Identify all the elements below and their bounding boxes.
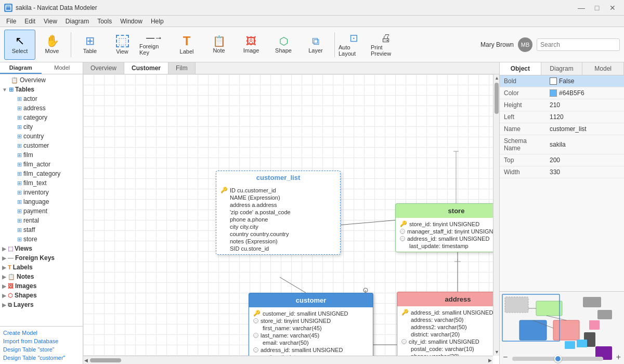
customer-table[interactable]: customer 🔑customer_id: smallint UNSIGNED… bbox=[249, 293, 373, 364]
sidebar-tab-diagram[interactable]: Diagram bbox=[0, 62, 42, 74]
mini-map[interactable]: − + bbox=[500, 291, 624, 364]
tree-labels-section[interactable]: ▶ T Labels bbox=[0, 263, 83, 272]
select-tool[interactable]: ↖ Select bbox=[4, 30, 35, 60]
menu-window[interactable]: Window bbox=[116, 17, 147, 26]
svg-rect-30 bbox=[589, 320, 600, 330]
tree-views-section[interactable]: ▶ ⬚ Views bbox=[0, 244, 83, 253]
scroll-right-arrow[interactable]: ▶ bbox=[487, 357, 493, 364]
sidebar-tab-model[interactable]: Model bbox=[42, 62, 83, 74]
labels-expand-icon: ▶ bbox=[2, 265, 6, 270]
design-table-store-action[interactable]: Design Table "store" bbox=[3, 345, 80, 354]
props-left: Left 1120 bbox=[500, 111, 624, 123]
tree-fk-section[interactable]: ▶ — Foreign Keys bbox=[0, 253, 83, 263]
tree-images-section[interactable]: ▶ 🖼 Images bbox=[0, 281, 83, 291]
tree-table-address[interactable]: ⊞address bbox=[0, 103, 83, 113]
shape-label: Shape bbox=[275, 47, 292, 54]
minimap-zoom-minus[interactable]: − bbox=[503, 353, 508, 362]
bool-checkbox[interactable] bbox=[550, 77, 557, 85]
tree-table-actor[interactable]: ⊞actor bbox=[0, 94, 83, 103]
scroll-thumb-horizontal[interactable] bbox=[90, 358, 121, 362]
store-header: store bbox=[395, 203, 499, 218]
tree-overview[interactable]: 📋 Overview bbox=[0, 75, 83, 85]
fk-icon: ◇ bbox=[253, 318, 258, 323]
tree-notes-section[interactable]: ▶ 📋 Notes bbox=[0, 272, 83, 281]
design-table-customer-action[interactable]: Design Table "customer" bbox=[3, 354, 80, 362]
tree-table-category[interactable]: ⊞category bbox=[0, 113, 83, 122]
tab-overview[interactable]: Overview bbox=[83, 62, 124, 74]
tree-table-country[interactable]: ⊞country bbox=[0, 132, 83, 141]
tab-object[interactable]: Object bbox=[500, 62, 541, 75]
shape-tool[interactable]: ⬡ Shape bbox=[268, 30, 299, 60]
tree-tables-section[interactable]: ▼ ⊞ Tables bbox=[0, 85, 83, 94]
tab-model[interactable]: Model bbox=[582, 62, 624, 75]
tree-table-city[interactable]: ⊞city bbox=[0, 122, 83, 132]
customer-list-table[interactable]: customer_list 🔑ID cu.customer_id NAME (E… bbox=[216, 171, 341, 255]
tree-table-film-text[interactable]: ⊞film_text bbox=[0, 178, 83, 188]
view-tool[interactable]: ⬚ View bbox=[107, 30, 138, 60]
field-row: district: varchar(20) bbox=[397, 331, 499, 338]
tab-film[interactable]: Film bbox=[168, 62, 196, 74]
close-button[interactable]: ✕ bbox=[605, 3, 620, 13]
tree-table-film-actor[interactable]: ⊞film_actor bbox=[0, 160, 83, 169]
menu-view[interactable]: View bbox=[40, 17, 61, 26]
table-icon: ⊞ bbox=[17, 114, 22, 121]
app-icon bbox=[4, 4, 12, 12]
tree-overview-label: Overview bbox=[20, 76, 46, 84]
minimap-zoom-thumb[interactable] bbox=[554, 355, 562, 362]
color-swatch[interactable] bbox=[550, 89, 557, 97]
image-tool[interactable]: 🖼 Image bbox=[236, 30, 267, 60]
create-model-action[interactable]: Create Model bbox=[3, 329, 80, 337]
canvas[interactable]: customer_list 🔑ID cu.customer_id NAME (E… bbox=[83, 74, 499, 364]
address-table[interactable]: address 🔑address_id: smallint UNSIGNED a… bbox=[397, 292, 499, 364]
label-label: Label bbox=[180, 48, 194, 55]
minimap-zoom-plus[interactable]: + bbox=[616, 353, 621, 362]
tab-diagram[interactable]: Diagram bbox=[541, 62, 583, 75]
tree-table-customer[interactable]: ⊞customer bbox=[0, 141, 83, 150]
label-tool[interactable]: T Label bbox=[171, 30, 202, 60]
foreign-key-tool[interactable]: —→ Foreign Key bbox=[139, 30, 170, 60]
tree-layers-section[interactable]: ▶ ⧉ Layers bbox=[0, 300, 83, 309]
menu-file[interactable]: File bbox=[2, 17, 20, 26]
minimap-zoom-track[interactable] bbox=[512, 357, 603, 361]
menu-tools[interactable]: Tools bbox=[93, 17, 116, 26]
tree-table-film[interactable]: ⊞film bbox=[0, 150, 83, 160]
tree-table-store[interactable]: ⊞store bbox=[0, 235, 83, 244]
images-label: Images bbox=[15, 282, 36, 290]
minimize-button[interactable]: — bbox=[574, 3, 589, 13]
search-input[interactable] bbox=[537, 38, 620, 51]
tree-table-film-category[interactable]: ⊞film_category bbox=[0, 169, 83, 178]
print-preview-tool[interactable]: 🖨 Print Preview bbox=[370, 30, 401, 60]
tree-table-payment[interactable]: ⊞payment bbox=[0, 206, 83, 216]
scroll-down-arrow[interactable]: ▼ bbox=[493, 348, 499, 356]
tree-table-rental[interactable]: ⊞rental bbox=[0, 216, 83, 225]
auto-layout-tool[interactable]: ⊡ Auto Layout bbox=[338, 30, 369, 60]
fk-icon: ◇ bbox=[253, 347, 258, 353]
canvas-scroll-vertical[interactable]: ▲ ▼ bbox=[493, 74, 499, 356]
labels-label: Labels bbox=[13, 264, 33, 271]
scroll-thumb-vertical[interactable] bbox=[495, 83, 499, 114]
table-icon: ⊞ bbox=[17, 142, 22, 149]
tab-customer[interactable]: Customer bbox=[124, 62, 168, 74]
move-tool[interactable]: ✋ Move bbox=[36, 30, 68, 60]
canvas-scroll-horizontal[interactable]: ◀ ▶ bbox=[83, 356, 493, 364]
table-icon: ⊞ bbox=[17, 105, 22, 112]
tree-shapes-section[interactable]: ▶ ⬡ Shapes bbox=[0, 291, 83, 300]
fk-label: Foreign Keys bbox=[15, 254, 55, 262]
svg-rect-25 bbox=[583, 297, 601, 307]
maximize-button[interactable]: □ bbox=[590, 3, 604, 13]
menu-help[interactable]: Help bbox=[147, 17, 168, 26]
scroll-up-arrow[interactable]: ▲ bbox=[493, 74, 499, 82]
import-from-db-action[interactable]: Import from Database bbox=[3, 337, 80, 345]
tree-table-language[interactable]: ⊞language bbox=[0, 197, 83, 206]
menu-edit[interactable]: Edit bbox=[20, 17, 40, 26]
note-tool[interactable]: 📋 Note bbox=[203, 30, 235, 60]
table-tool[interactable]: ⊞ Table bbox=[74, 30, 106, 60]
layer-tool[interactable]: ⧉ Layer bbox=[300, 30, 331, 60]
menu-diagram[interactable]: Diagram bbox=[61, 17, 93, 26]
tree-table-staff[interactable]: ⊞staff bbox=[0, 225, 83, 235]
layers-label: Layers bbox=[14, 301, 34, 308]
tree-table-inventory[interactable]: ⊞inventory bbox=[0, 188, 83, 197]
store-table[interactable]: store 🔑store_id: tinyint UNSIGNED ◇manag… bbox=[395, 203, 499, 252]
scroll-left-arrow[interactable]: ◀ bbox=[83, 357, 89, 364]
props-key: Bold bbox=[500, 75, 547, 87]
